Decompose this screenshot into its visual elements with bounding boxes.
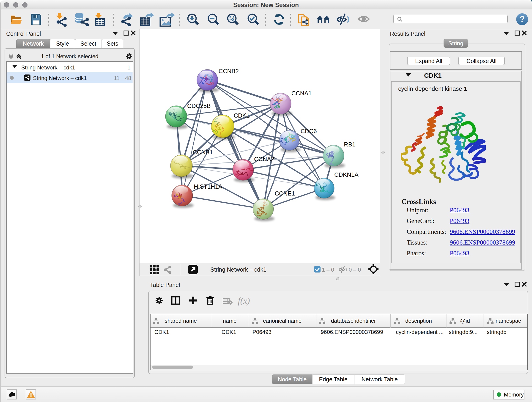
- svg-text:CDK1: CDK1: [234, 112, 249, 119]
- svg-text:CCNB2: CCNB2: [219, 68, 239, 75]
- svg-text:RB1: RB1: [344, 141, 355, 148]
- svg-text:CDC25B: CDC25B: [187, 102, 211, 109]
- svg-text:CCNA2: CCNA2: [254, 156, 274, 162]
- svg-text:CCNA1: CCNA1: [291, 90, 312, 97]
- svg-text:CDC6: CDC6: [301, 128, 317, 134]
- svg-text:CDKN1A: CDKN1A: [334, 171, 359, 178]
- svg-text:HIST1H1A: HIST1H1A: [194, 183, 222, 190]
- svg-text:?: ?: [520, 14, 525, 24]
- svg-text:CCNB1: CCNB1: [193, 149, 213, 156]
- svg-text:CCNE1: CCNE1: [275, 190, 295, 197]
